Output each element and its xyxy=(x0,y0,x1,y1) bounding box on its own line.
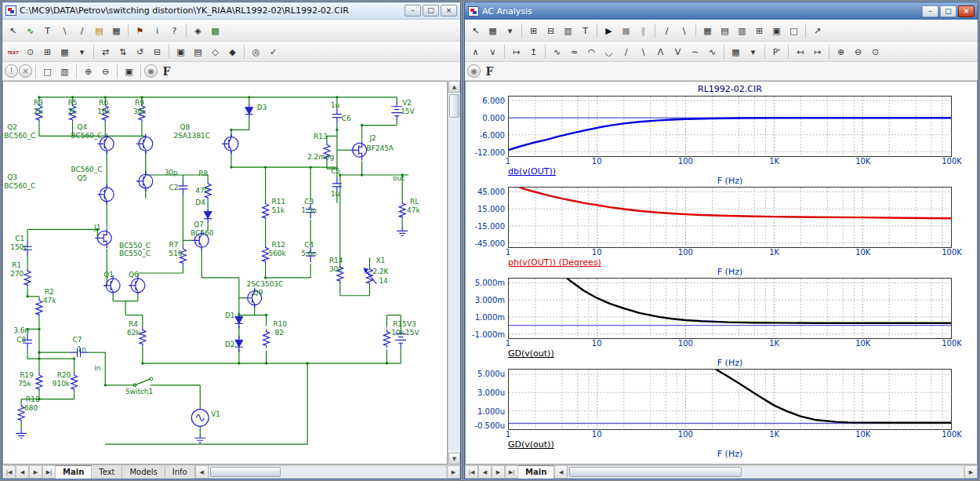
waveform-tilde-icon[interactable]: ∼ xyxy=(687,44,703,60)
preferences-tool-icon[interactable]: ◈ xyxy=(190,23,206,38)
plus-mark-toggle-icon[interactable]: ⊞ xyxy=(751,23,768,38)
grid-settings-icon[interactable]: ▦ xyxy=(56,44,73,60)
exit-analysis-icon[interactable]: ↗ xyxy=(809,23,826,38)
zoom-out-icon[interactable]: ⊖ xyxy=(850,44,866,60)
stop-button-icon[interactable]: ■ xyxy=(618,23,634,38)
select-tool-icon[interactable]: ↖ xyxy=(467,23,484,38)
component-dropdown-icon[interactable]: ▾ xyxy=(502,23,518,38)
horizontal-tag-icon[interactable]: ↦ xyxy=(508,44,524,60)
stop-circle-button-icon[interactable]: × xyxy=(19,64,32,78)
go-first-cursor-icon[interactable]: ↤ xyxy=(792,44,808,60)
copy-to-clipboard-icon[interactable]: □ xyxy=(39,64,56,79)
last-tab-button[interactable]: ▶| xyxy=(42,465,56,479)
waveform-fall-icon[interactable]: \ xyxy=(635,44,652,60)
schematic-canvas[interactable]: R32kR52kR610kR930kD31uC6V215VQ2BC560_CQ4… xyxy=(2,81,448,465)
trace-legend[interactable]: ph(v(OUT)) (Degrees) xyxy=(508,257,601,268)
analysis-limits-icon[interactable]: ⊟ xyxy=(543,23,559,38)
repeat-find-icon[interactable]: ✓ xyxy=(265,44,281,60)
scroll-left-button[interactable]: ◀ xyxy=(554,465,568,479)
color-palette-icon[interactable]: ▦ xyxy=(728,44,744,60)
trace-legend[interactable]: db(v(OUT)) xyxy=(508,166,556,177)
formula-button-icon[interactable]: F xyxy=(481,64,498,79)
horizontal-scroll-thumb[interactable] xyxy=(210,467,281,477)
text-mode-icon[interactable]: T xyxy=(577,23,593,38)
go-last-cursor-icon[interactable]: ↦ xyxy=(809,44,826,60)
waveform-wave2-icon[interactable]: ∿ xyxy=(704,44,720,60)
pin-markers-toggle-icon[interactable]: ⊙ xyxy=(22,44,38,60)
next-tab-button[interactable]: ▶ xyxy=(29,465,42,479)
close-button[interactable]: × xyxy=(441,5,457,16)
component-browser-icon[interactable]: ▦ xyxy=(108,23,125,38)
horizontal-scrollbar[interactable]: ◀ ▶ xyxy=(554,465,978,479)
formula-button-icon[interactable]: F xyxy=(158,64,175,79)
next-tab-button[interactable]: ▶ xyxy=(492,465,505,479)
data-points-toggle-icon[interactable]: ▦ xyxy=(699,23,716,38)
prev-tab-button[interactable]: ◀ xyxy=(16,465,29,479)
wire-mode-icon[interactable]: ∿ xyxy=(22,23,38,38)
abort-button-icon[interactable]: ! xyxy=(5,64,18,78)
vertical-scrollbar[interactable]: ▲ ▼ xyxy=(448,81,460,465)
zoom-window-icon[interactable]: ⊙ xyxy=(867,44,884,60)
text-mode-icon[interactable]: T xyxy=(39,23,56,38)
tab-text[interactable]: Text xyxy=(92,465,122,479)
tab-main[interactable]: Main xyxy=(518,465,554,479)
plot-area-gd-micro[interactable]: 5.000u3.000u1.000u-0.500u xyxy=(508,369,952,430)
select-tool-icon[interactable]: ↖ xyxy=(5,23,21,38)
scope-image-tool-icon[interactable]: ▩ xyxy=(207,23,223,38)
bring-to-front-icon[interactable]: ◇ xyxy=(207,44,223,60)
horizontal-scroll-track[interactable] xyxy=(568,465,964,479)
zoom-out-icon[interactable]: ⊖ xyxy=(97,64,114,79)
align-tool-icon[interactable]: ▣ xyxy=(172,44,189,60)
horizontal-scroll-track[interactable] xyxy=(209,465,447,479)
valley-cursor-icon[interactable]: ∨ xyxy=(485,44,501,60)
grid-dropdown-icon[interactable]: ▾ xyxy=(74,44,90,60)
mode-indicator-icon[interactable]: ◉ xyxy=(467,64,481,78)
diagonal-mode-icon[interactable]: / xyxy=(74,23,90,38)
line-mode-icon[interactable]: \ xyxy=(56,23,73,38)
scroll-right-button[interactable]: ▶ xyxy=(447,465,460,479)
waveform-sine-icon[interactable]: ∿ xyxy=(549,44,565,60)
run-button-icon[interactable]: ▶ xyxy=(601,23,617,38)
node-numbers-toggle-icon[interactable]: ⊞ xyxy=(39,44,56,60)
ruler-toggle-icon[interactable]: ▥ xyxy=(734,23,750,38)
scroll-up-button[interactable]: ▲ xyxy=(448,81,460,93)
info-mode-icon[interactable]: i xyxy=(149,23,165,38)
waveform-arc-down-icon[interactable]: ◡ xyxy=(601,44,617,60)
tokens-toggle-icon[interactable]: ▤ xyxy=(717,23,733,38)
tab-models[interactable]: Models xyxy=(122,465,165,479)
p-prime-button-icon[interactable]: P' xyxy=(768,44,785,60)
plot-area-gd-milli[interactable]: 5.000m3.000m1.000m-1.000m xyxy=(508,278,952,339)
close-button[interactable]: × xyxy=(958,5,975,17)
vertical-scroll-thumb[interactable] xyxy=(449,94,459,118)
copy-page-icon[interactable]: ▥ xyxy=(56,64,73,79)
minimize-button[interactable]: – xyxy=(405,5,421,16)
rotate-tool-icon[interactable]: ↺ xyxy=(132,44,148,60)
maximize-button[interactable]: □ xyxy=(423,5,439,16)
minimize-button[interactable]: – xyxy=(922,5,938,17)
waveform-peak-icon[interactable]: Λ xyxy=(652,44,669,60)
camera-tool-icon[interactable]: ▣ xyxy=(121,64,137,79)
component-grid-icon[interactable]: ▦ xyxy=(485,23,501,38)
horizontal-scroll-thumb[interactable] xyxy=(569,467,742,477)
scroll-right-button[interactable]: ▶ xyxy=(964,465,978,479)
horizontal-scrollbar[interactable]: ◀ ▶ xyxy=(195,465,460,479)
zoom-in-icon[interactable]: ⊕ xyxy=(833,44,849,60)
zoom-in-icon[interactable]: ⊕ xyxy=(80,64,96,79)
text-attribute-tool-icon[interactable]: TEXT xyxy=(5,44,21,60)
maximize-button[interactable]: □ xyxy=(940,5,956,17)
find-tool-icon[interactable]: ◎ xyxy=(248,44,264,60)
last-tab-button[interactable]: ▶| xyxy=(505,465,518,479)
tab-main[interactable]: Main xyxy=(56,465,92,479)
help-mode-icon[interactable]: ? xyxy=(166,23,183,38)
cursor-next-mode-icon[interactable]: \ xyxy=(676,23,692,38)
scroll-down-button[interactable]: ▼ xyxy=(448,453,460,465)
trace-legend[interactable]: GD(v(out)) xyxy=(508,348,554,359)
flag-mode-icon[interactable]: ⚑ xyxy=(132,23,148,38)
send-to-back-icon[interactable]: ◆ xyxy=(224,44,241,60)
analysis-titlebar[interactable]: AC Analysis –□× xyxy=(465,2,978,20)
plot-area-db[interactable]: 6.0000.000-6.000-12.000 xyxy=(508,96,952,157)
vertical-tag-icon[interactable]: ↥ xyxy=(525,44,542,60)
vertical-scroll-track[interactable] xyxy=(448,93,460,453)
step-tool-icon[interactable]: ⊟ xyxy=(149,44,165,60)
trace-legend[interactable]: GD(v(out)) xyxy=(508,439,554,450)
